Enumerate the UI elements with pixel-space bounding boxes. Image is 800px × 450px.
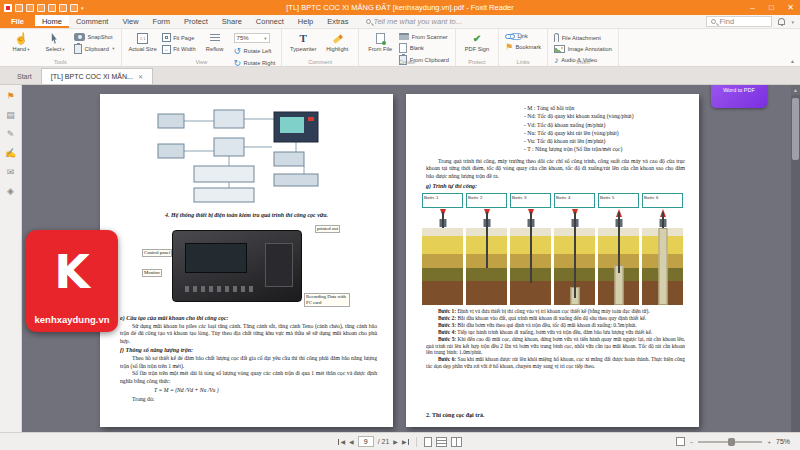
ribbon-tab-bar: File Home Comment View Form Protect Shar… — [0, 15, 800, 29]
highlight-button[interactable]: Highlight — [322, 31, 352, 53]
comments-panel-icon[interactable]: ✎ — [7, 130, 15, 139]
search-icon — [366, 19, 371, 24]
quick-access-toolbar: ▾ — [0, 4, 84, 12]
link-icon — [505, 34, 515, 39]
fit-width-button[interactable]: ↔ Fit Width — [162, 45, 196, 54]
page-number-input[interactable]: 9 — [358, 436, 374, 447]
maximize-button[interactable]: □ — [762, 0, 781, 15]
from-scanner-button[interactable]: From Scanner — [399, 33, 449, 40]
ribbon-group-protect: ✔ PDF Sign Protect — [456, 29, 499, 66]
device-photo: printed out Control panel Monitor Record… — [142, 225, 350, 307]
file-attachment-button[interactable]: File Attachment — [554, 33, 612, 42]
bookmarks-panel-icon[interactable]: ⚑ — [6, 92, 14, 101]
print-icon[interactable] — [37, 4, 45, 12]
pdf-page-left[interactable]: 4. Hệ thống thiết bị điện toán kiểm tra … — [100, 94, 393, 427]
typewriter-button[interactable]: T Typewriter — [288, 31, 318, 53]
email-icon[interactable] — [48, 4, 56, 12]
last-page-button[interactable]: ▶ — [402, 439, 409, 445]
app-window: ▾ [TL] BPTC COC XI MĂNG ĐẤT [kenhxaydung… — [0, 0, 800, 450]
section-2-heading: 2. Thi công cọc đại trà. — [426, 412, 484, 418]
tab-protect[interactable]: Protect — [177, 15, 215, 28]
pdf-page-right[interactable]: M : Tổng số hồi trộn Nd: Tốc độ quay khi… — [406, 94, 699, 427]
tab-start[interactable]: Start — [8, 68, 41, 84]
single-page-view-button[interactable] — [424, 437, 432, 447]
first-page-button[interactable]: ◀ — [338, 439, 345, 445]
group-label-create: Create — [359, 59, 455, 65]
fit-width-icon: ↔ — [162, 45, 171, 54]
tab-comment[interactable]: Comment — [69, 15, 116, 28]
window-title: [TL] BPTC COC XI MĂNG ĐẤT [kenhxaydung.v… — [286, 3, 513, 12]
tab-file[interactable]: File — [0, 15, 35, 28]
scroll-up-icon[interactable]: ▲ — [791, 85, 800, 95]
pdf-sign-button[interactable]: ✔ PDF Sign — [462, 31, 492, 53]
clipboard-button[interactable]: Clipboard▾ — [74, 44, 115, 54]
redo-icon[interactable] — [70, 4, 78, 12]
ribbon-group-insert: File Attachment Image Annotation ♪ Audio… — [548, 29, 619, 66]
fit-page-button[interactable]: Fit Page — [162, 33, 196, 42]
zoom-out-button[interactable]: − — [690, 439, 694, 445]
section-f-body1: Theo hồ sơ thiết kế để đảm bảo chất lượn… — [120, 355, 377, 370]
image-annotation-button[interactable]: Image Annotation — [554, 45, 612, 53]
actual-size-button[interactable]: 1:1 Actual Size — [128, 31, 158, 53]
link-button[interactable]: Link — [505, 33, 541, 39]
bell-icon[interactable] — [778, 18, 785, 25]
page-thumbnails-icon[interactable]: ▤ — [6, 111, 15, 120]
zoom-level-select[interactable]: 75%▾ — [234, 33, 270, 43]
tab-extras[interactable]: Extras — [320, 15, 355, 28]
tab-connect[interactable]: Connect — [249, 15, 291, 28]
layers-panel-icon[interactable]: ◈ — [7, 187, 14, 196]
bookmark-button[interactable]: ⚑ Bookmark — [505, 42, 541, 52]
select-button[interactable]: Select▾ — [40, 31, 70, 53]
zoom-slider-thumb[interactable] — [728, 438, 735, 446]
qat-dropdown-icon[interactable]: ▾ — [81, 5, 84, 11]
close-button[interactable]: ✕ — [781, 0, 800, 15]
fit-page-status-button[interactable] — [676, 437, 685, 446]
attachments-panel-icon[interactable]: ✉ — [7, 168, 15, 177]
minimize-button[interactable]: – — [743, 0, 762, 15]
from-file-button[interactable]: From File — [365, 31, 395, 53]
scrollbar-thumb[interactable] — [792, 98, 799, 160]
ribbon-collapse-icon[interactable]: ▴ — [791, 57, 794, 64]
zoom-in-button[interactable]: + — [767, 439, 771, 445]
parameter-list: M : Tổng số hồi trộn Nd: Tốc độ quay khi… — [524, 104, 634, 154]
tab-share[interactable]: Share — [215, 15, 249, 28]
step-column-1: Bước 1 — [422, 193, 463, 305]
tab-view[interactable]: View — [115, 15, 145, 28]
ribbon-group-create: From File From Scanner Blank From Clipbo… — [359, 29, 456, 66]
tab-help[interactable]: Help — [291, 15, 320, 28]
group-label-tools: Tools — [0, 59, 121, 65]
tab-home[interactable]: Home — [35, 15, 69, 28]
previous-page-button[interactable]: ◀ — [349, 439, 354, 445]
signature-panel-icon[interactable]: ✍ — [5, 149, 16, 158]
next-page-button[interactable]: ▶ — [393, 439, 398, 445]
data-logger-device — [172, 230, 302, 302]
rotate-left-button[interactable]: ↺ Rotate Left — [234, 46, 276, 56]
facing-view-button[interactable] — [451, 437, 462, 447]
reflow-button[interactable]: Reflow — [200, 31, 230, 53]
zoom-slider[interactable] — [698, 441, 762, 443]
chevron-down-icon[interactable]: ▾ — [791, 19, 794, 25]
hand-button[interactable]: ☝ Hand▾ — [6, 31, 36, 53]
save-icon[interactable] — [26, 4, 34, 12]
clipboard-icon — [74, 44, 82, 54]
rotate-left-icon: ↺ — [234, 46, 242, 56]
tab-document[interactable]: [TL] BPTC COC XI MĂN... ✕ — [41, 68, 153, 84]
find-input[interactable]: Find — [706, 16, 772, 27]
construction-steps-text: Bước 1: Định vị và đưa thiết bị thi công… — [426, 308, 685, 410]
tell-me-search[interactable]: Tell me what you want to... — [366, 15, 463, 28]
status-bar: ◀ ◀ 9 / 21 ▶ ▶ − + 75% — [0, 432, 800, 450]
hand-tool-icon[interactable] — [15, 4, 23, 12]
continuous-view-button[interactable] — [436, 437, 447, 447]
snapshot-button[interactable]: SnapShot — [74, 33, 115, 41]
photo-label-printed-out: printed out — [315, 225, 340, 233]
step-column-5: Bước 5 — [598, 193, 639, 305]
tab-form[interactable]: Form — [146, 15, 178, 28]
vertical-scrollbar[interactable]: ▲ — [791, 85, 800, 432]
ribbon-toolbar: ☝ Hand▾ Select▾ SnapShot Clipboard▾ Tool… — [0, 29, 800, 67]
ribbon-group-tools: ☝ Hand▾ Select▾ SnapShot Clipboard▾ Tool… — [0, 29, 122, 66]
tab-close-icon[interactable]: ✕ — [138, 73, 143, 80]
undo-icon[interactable] — [59, 4, 67, 12]
photo-label-monitor: Monitor — [142, 269, 162, 277]
document-canvas[interactable]: 4. Hệ thống thiết bị điện toán kiểm tra … — [22, 85, 800, 432]
blank-button[interactable]: Blank — [399, 43, 449, 53]
